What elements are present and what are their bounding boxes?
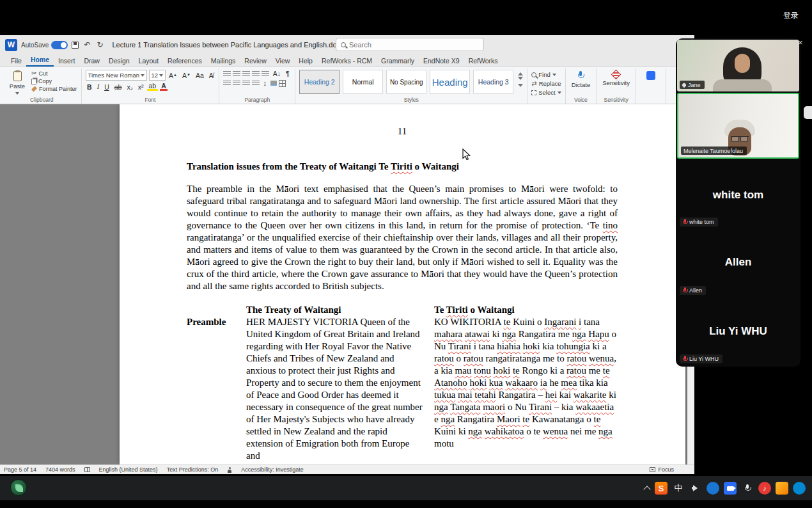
ribbon-tab-mailings[interactable]: Mailings <box>207 56 240 67</box>
paste-button[interactable]: Paste <box>6 70 28 97</box>
treaty-english-header: The Treaty of Waitangi <box>246 304 424 316</box>
strikethrough-button[interactable]: ab <box>113 83 123 91</box>
styles-scroll-up-icon[interactable] <box>518 70 523 75</box>
page-indicator[interactable]: Page 5 of 14 <box>4 466 36 473</box>
page-number: 11 <box>187 125 618 138</box>
autosave-control[interactable]: AutoSave <box>21 41 68 49</box>
ribbon-tab-help[interactable]: Help <box>294 56 317 67</box>
ribbon-tab-file[interactable]: File <box>6 56 26 67</box>
italic-button[interactable]: I <box>95 83 101 90</box>
panel-close-icon[interactable]: × <box>798 38 803 47</box>
find-button[interactable]: Find <box>531 71 561 78</box>
copy-button[interactable]: Copy <box>31 78 77 84</box>
format-painter-button[interactable]: Format Painter <box>31 86 77 92</box>
text-predictions[interactable]: Text Predictions: On <box>167 466 219 473</box>
bullets-button[interactable] <box>223 71 231 77</box>
select-button[interactable]: Select <box>531 89 561 96</box>
ribbon-tab-home[interactable]: Home <box>26 54 54 67</box>
volume-icon[interactable] <box>689 482 702 495</box>
align-right-button[interactable] <box>242 81 250 86</box>
font-size-select[interactable]: 12 <box>149 70 166 81</box>
ribbon-tab-references[interactable]: References <box>163 56 207 67</box>
style-heading3[interactable]: Heading 3 <box>473 70 513 94</box>
search-box[interactable] <box>336 38 484 51</box>
addins-button[interactable] <box>640 70 662 81</box>
grow-font-button[interactable]: A▲ <box>168 72 179 79</box>
sogou-input-icon[interactable]: S <box>655 482 668 495</box>
change-case-button[interactable]: Aa <box>194 72 205 79</box>
ribbon-tab-endnote[interactable]: EndNote X9 <box>419 56 464 67</box>
document-page[interactable]: 11 Translation issues from the Treaty of… <box>120 104 685 464</box>
ime-language-indicator[interactable]: 中 <box>672 482 685 495</box>
borders-button[interactable] <box>279 80 286 87</box>
treaty-english-column: The Treaty of Waitangi HER MAJESTY VICTO… <box>246 304 424 462</box>
document-title[interactable]: Lecture 1 Translation Issues between Pac… <box>113 41 344 49</box>
line-spacing-button[interactable]: ↕ <box>262 79 268 87</box>
font-family-select[interactable]: Times New Roman <box>86 70 147 81</box>
bold-button[interactable]: B <box>86 83 94 91</box>
align-center-button[interactable] <box>233 81 240 86</box>
save-icon[interactable] <box>72 42 79 49</box>
ribbon-tab-review[interactable]: Review <box>240 56 270 67</box>
styles-scroll-down-icon[interactable] <box>518 77 523 83</box>
highlight-color-button[interactable]: ab <box>147 83 158 91</box>
ribbon-tab-draw[interactable]: Draw <box>79 56 104 67</box>
shading-button[interactable] <box>270 81 277 86</box>
treaty-english-text: HER MAJESTY VICTORIA Queen of the United… <box>246 316 424 462</box>
shrink-font-button[interactable]: A▼ <box>181 72 192 79</box>
tray-music-app-icon[interactable]: ♪ <box>758 482 771 495</box>
clear-formatting-button[interactable]: A̸ <box>207 72 215 79</box>
tray-blue-circle-app-icon[interactable] <box>707 482 719 495</box>
styles-group: Heading 2 Normal No Spacing Heading Head… <box>295 68 527 104</box>
redo-button[interactable]: ↻ <box>95 40 104 49</box>
increase-indent-button[interactable] <box>262 71 269 77</box>
ribbon-tab-refworks[interactable]: RefWorks <box>464 56 503 67</box>
video-tile-jane[interactable]: Jane <box>677 40 799 91</box>
multilevel-list-button[interactable] <box>242 71 250 77</box>
language-indicator[interactable]: English (United States) <box>99 466 158 473</box>
decrease-indent-button[interactable] <box>252 71 260 77</box>
sensitivity-button[interactable]: Sensitivity <box>600 70 632 88</box>
sort-button[interactable]: A↓ <box>271 70 282 77</box>
login-button[interactable]: 登录 <box>783 10 799 21</box>
underline-button[interactable]: U <box>103 83 111 91</box>
styles-more-icon[interactable] <box>518 84 523 90</box>
numbering-button[interactable] <box>233 71 240 77</box>
document-canvas[interactable]: 11 Translation issues from the Treaty of… <box>0 104 694 464</box>
hidden-icons-chevron[interactable] <box>644 485 650 491</box>
subscript-button[interactable]: x₂ <box>125 83 134 91</box>
autosave-toggle[interactable] <box>51 41 68 49</box>
tray-orange-app-icon[interactable] <box>776 482 788 495</box>
replace-button[interactable]: ⇄Replace <box>531 80 561 87</box>
ribbon-tab-layout[interactable]: Layout <box>134 56 164 67</box>
video-tile-melenaite[interactable]: Melenaite Taumoefolau <box>677 93 799 159</box>
style-heading2[interactable]: Heading 2 <box>299 70 340 94</box>
ribbon-tab-insert[interactable]: Insert <box>54 56 79 67</box>
word-count[interactable]: 7404 words <box>45 466 75 473</box>
ribbon-tab-view[interactable]: View <box>271 56 295 67</box>
ribbon-tab-refworks-rcm[interactable]: RefWorks - RCM <box>317 56 377 67</box>
font-color-button[interactable]: A <box>160 83 168 91</box>
focus-button[interactable]: Focus <box>658 466 674 473</box>
accessibility-status[interactable]: Accessibility: Investigate <box>241 466 304 473</box>
style-normal[interactable]: Normal <box>343 70 383 94</box>
justify-button[interactable] <box>252 81 260 86</box>
cut-button[interactable]: ✂Cut <box>31 70 77 77</box>
undo-button[interactable]: ↶ <box>82 40 91 49</box>
proofing-icon[interactable] <box>84 467 90 472</box>
show-marks-button[interactable]: ¶ <box>285 70 292 77</box>
floating-assistant-icon[interactable] <box>10 479 27 496</box>
superscript-button[interactable]: x² <box>136 83 145 91</box>
ribbon-tab-grammarly[interactable]: Grammarly <box>377 56 419 67</box>
style-no-spacing[interactable]: No Spacing <box>386 70 426 94</box>
ribbon-tab-design[interactable]: Design <box>104 56 134 67</box>
search-input[interactable] <box>349 41 479 49</box>
tray-blue-app-icon[interactable] <box>793 482 806 495</box>
edge-handle[interactable] <box>804 106 812 119</box>
word-app-icon[interactable]: W <box>5 39 17 51</box>
tray-microphone-icon[interactable] <box>741 482 754 495</box>
style-heading[interactable]: Heading <box>430 70 470 94</box>
tray-meeting-app-icon[interactable] <box>724 482 737 495</box>
align-left-button[interactable] <box>223 81 231 86</box>
dictate-button[interactable]: Dictate <box>570 70 593 90</box>
